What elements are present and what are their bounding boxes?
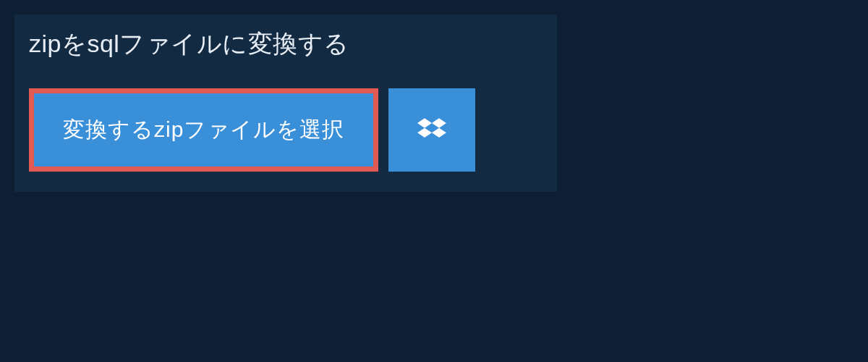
dropbox-button[interactable]: [388, 88, 475, 172]
button-row: 変換するzipファイルを選択: [14, 74, 557, 192]
page-title: zipをsqlファイルに変換する: [29, 28, 349, 61]
dropbox-icon: [417, 116, 446, 145]
heading-wrap: zipをsqlファイルに変換する: [14, 14, 364, 74]
select-file-highlight: 変換するzipファイルを選択: [29, 88, 378, 172]
select-file-button[interactable]: 変換するzipファイルを選択: [34, 93, 373, 167]
converter-panel: zipをsqlファイルに変換する 変換するzipファイルを選択: [14, 14, 557, 192]
